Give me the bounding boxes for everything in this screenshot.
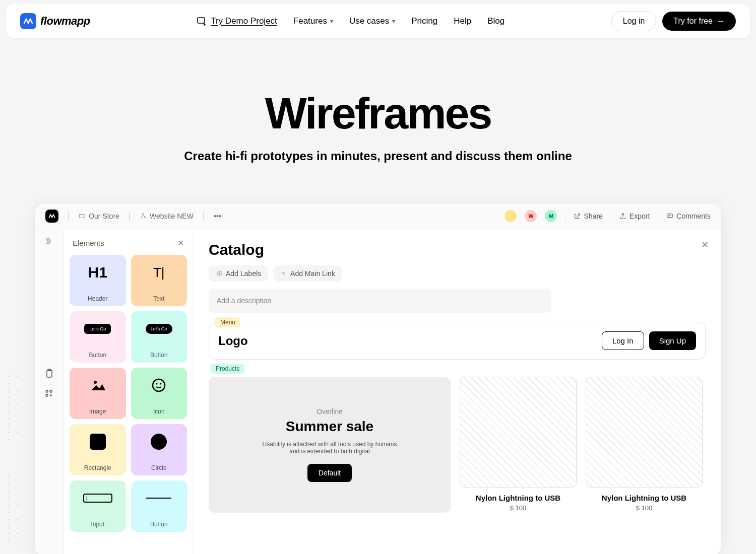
product-price: $ 100 (460, 504, 577, 512)
hero-title: Wireframes (10, 88, 746, 139)
hero-default-button[interactable]: Default (307, 464, 352, 482)
app-body: Elements ✕ H1Header TText Let's GoButton… (35, 229, 721, 554)
separator: | (129, 212, 131, 221)
svg-point-2 (141, 217, 142, 218)
share-button[interactable]: Share (574, 212, 602, 220)
separator (658, 212, 658, 221)
element-rectangle[interactable]: Rectangle (70, 424, 126, 475)
login-button[interactable]: Log in (611, 11, 657, 31)
elements-panel: Elements ✕ H1Header TText Let's GoButton… (64, 229, 194, 554)
svg-point-13 (160, 383, 162, 385)
wireframe-products-section: Products Overline Summer sale Usability … (209, 369, 706, 513)
wireframe-signup-button[interactable]: Sign Up (649, 331, 696, 350)
close-icon[interactable]: ✕ (701, 239, 709, 250)
avatar-m[interactable]: M (545, 210, 557, 222)
hero-overline: Overline (317, 407, 343, 416)
element-button-rect[interactable]: Let's GoButton (70, 311, 126, 363)
breadcrumb-sitemap[interactable]: Website NEW (140, 212, 194, 220)
svg-rect-4 (667, 214, 673, 218)
nav-features[interactable]: Features▾ (293, 16, 333, 26)
image-icon (90, 379, 105, 391)
element-circle[interactable]: Circle (131, 424, 187, 475)
svg-point-7 (46, 390, 48, 392)
hero: Wireframes Create hi-fi prototypes in mi… (0, 42, 756, 188)
product-image-placeholder (586, 377, 703, 488)
left-rail (35, 229, 64, 554)
nav-center: Try Demo Project Features▾ Use cases▾ Pr… (197, 16, 505, 26)
product-card[interactable]: Nylon Lightning to USB $ 100 (586, 377, 703, 513)
line-icon (146, 498, 171, 499)
hero-subtitle: Create hi-fi prototypes in minutes, pres… (10, 149, 746, 163)
product-price: $ 100 (586, 504, 703, 512)
export-icon (619, 213, 626, 220)
hero-card[interactable]: Overline Summer sale Usability is attach… (209, 377, 451, 513)
more-menu[interactable]: ••• (214, 212, 221, 220)
svg-rect-5 (47, 370, 52, 377)
nav-blog[interactable]: Blog (487, 16, 505, 26)
decoration-dots: • • •• • •• • •• • •• • • (8, 473, 28, 544)
svg-point-1 (143, 213, 144, 215)
nav-try-demo[interactable]: Try Demo Project (197, 16, 277, 26)
description-input[interactable]: Add a description (209, 289, 551, 313)
comments-button[interactable]: Comments (666, 212, 711, 220)
section-tag-menu: Menu (215, 317, 240, 327)
hero-heading: Summer sale (286, 419, 373, 435)
close-icon[interactable]: ✕ (177, 238, 184, 248)
wireframe-login-button[interactable]: Log In (602, 331, 644, 350)
demo-icon (197, 16, 207, 26)
arrow-right-icon: → (717, 17, 725, 26)
wireframe-menu-section: Menu Logo Log In Sign Up (209, 322, 706, 360)
element-input[interactable]: Input (70, 480, 126, 532)
svg-rect-0 (198, 18, 205, 23)
collapse-icon[interactable] (44, 236, 54, 246)
try-free-button[interactable]: Try for free → (662, 12, 736, 31)
separator: | (68, 212, 70, 221)
element-image[interactable]: Image (70, 368, 126, 419)
nav-help[interactable]: Help (454, 16, 471, 26)
input-icon (83, 494, 112, 503)
avatar-user[interactable] (505, 210, 517, 222)
page-title: Catalog (209, 241, 706, 258)
svg-point-12 (156, 383, 158, 385)
element-button-line[interactable]: Button (131, 480, 187, 532)
brand-text: flowmapp (40, 15, 90, 28)
product-image-placeholder (460, 377, 577, 488)
share-icon (574, 213, 581, 220)
svg-point-8 (50, 390, 52, 392)
element-text[interactable]: TText (131, 255, 187, 306)
breadcrumb-folder[interactable]: Our Store (79, 212, 119, 220)
element-header[interactable]: H1Header (70, 255, 126, 306)
element-icon[interactable]: Icon (131, 368, 187, 419)
export-button[interactable]: Export (619, 212, 650, 220)
separator (565, 212, 565, 221)
nav-right: Log in Try for free → (611, 11, 736, 31)
separator: | (203, 212, 205, 221)
avatar-w[interactable]: W (525, 210, 537, 222)
smiley-icon (151, 378, 166, 393)
svg-point-9 (46, 394, 48, 396)
section-tag-products: Products (211, 364, 244, 374)
add-main-link-chip[interactable]: Add Main Link (273, 265, 342, 282)
brand-logo[interactable]: flowmapp (20, 13, 90, 29)
circle-icon (151, 434, 167, 450)
app-topbar: | Our Store | Website NEW | ••• W M Shar… (35, 203, 721, 229)
nav-pricing[interactable]: Pricing (411, 16, 437, 26)
link-icon (280, 270, 287, 277)
svg-point-3 (144, 217, 146, 218)
product-card[interactable]: Nylon Lightning to USB $ 100 (460, 377, 577, 513)
element-button-pill[interactable]: Let's GoButton (131, 311, 187, 363)
product-name: Nylon Lightning to USB (460, 494, 577, 502)
comment-icon (666, 213, 673, 220)
app-logo-icon[interactable] (45, 210, 58, 223)
chevron-down-icon: ▾ (392, 18, 395, 25)
add-labels-chip[interactable]: Add Labels (209, 265, 268, 282)
decoration-dots: • • •• • •• • •• • •• • • (8, 373, 28, 443)
nav-usecases[interactable]: Use cases▾ (349, 16, 395, 26)
sitemap-icon (140, 213, 147, 220)
components-icon[interactable] (44, 389, 54, 399)
wireframe-logo[interactable]: Logo (218, 334, 248, 348)
folder-icon (79, 213, 86, 220)
top-nav: flowmapp Try Demo Project Features▾ Use … (6, 4, 750, 38)
separator (611, 212, 611, 221)
device-icon[interactable] (44, 369, 54, 379)
